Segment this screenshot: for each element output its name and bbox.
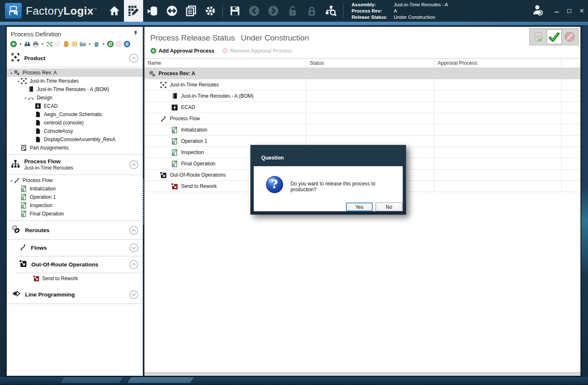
titlebar-separator xyxy=(343,4,343,18)
cell-approval xyxy=(434,79,562,90)
tree-item-label: ConsoleAssy xyxy=(44,128,73,134)
section-label: Process Flow Just-in-Time Reroutes xyxy=(24,158,129,171)
titlebar-separator xyxy=(222,4,223,18)
approve-release-icon[interactable] xyxy=(547,29,562,44)
out-of-route-icon xyxy=(160,172,167,179)
dropdown-caret-icon[interactable] xyxy=(88,43,91,45)
nav-documents-icon[interactable] xyxy=(182,0,201,22)
out-of-route-tree: Send to Rework xyxy=(7,273,143,285)
dropdown-caret-icon[interactable] xyxy=(102,43,105,45)
nav-process-editor-icon[interactable] xyxy=(124,0,143,22)
tree-item[interactable]: DisplayConsoleAssembly_RevA xyxy=(7,135,143,144)
nav-forward-icon[interactable] xyxy=(264,0,283,22)
column-header-name[interactable]: Name xyxy=(144,58,306,68)
add-approval-process-button[interactable]: Add Approval Process xyxy=(150,48,215,54)
expander-icon[interactable] xyxy=(23,96,28,100)
user-logout-icon[interactable] xyxy=(531,3,545,18)
window-frame-bottom xyxy=(0,377,588,385)
collapse-up-icon[interactable] xyxy=(129,160,139,170)
cell-approval xyxy=(434,170,562,180)
nav-unlock-icon[interactable] xyxy=(283,0,302,22)
column-header-approval[interactable]: Approval Process: xyxy=(434,58,562,68)
expander-icon[interactable] xyxy=(8,71,13,75)
nav-back-icon[interactable] xyxy=(245,0,264,22)
cell-name: Initialization xyxy=(144,124,306,135)
bell-icon[interactable] xyxy=(63,41,70,48)
nav-lock-icon[interactable] xyxy=(302,0,321,22)
table-row[interactable]: Just-in-Time Reroutes xyxy=(144,79,580,91)
tree-item-label: ECAD xyxy=(44,103,58,109)
tree-item-label: Final Operation xyxy=(30,211,64,217)
expander-icon[interactable] xyxy=(15,79,20,84)
table-row[interactable]: ECAD xyxy=(144,102,580,113)
collapse-down-icon[interactable] xyxy=(129,290,139,299)
refresh-icon[interactable] xyxy=(107,41,114,48)
collapse-down-icon[interactable] xyxy=(129,243,139,253)
print-icon[interactable] xyxy=(32,41,39,48)
folder-export-icon[interactable] xyxy=(79,41,86,48)
tree-item[interactable]: Just-in-Time Reroutes - A (BOM) xyxy=(7,85,143,94)
tree-item[interactable]: Operation 1 xyxy=(7,193,143,201)
row-label: Operation 1 xyxy=(181,138,207,144)
table-row[interactable]: Just-in-Time Reroutes - A (BOM) xyxy=(144,91,580,102)
cell-empty xyxy=(562,68,580,79)
nav-home-icon[interactable] xyxy=(105,0,124,22)
cell-empty xyxy=(562,147,580,158)
tree-item[interactable]: ECAD xyxy=(7,102,143,110)
remove-circle-icon xyxy=(222,48,228,54)
tree-item[interactable]: Aegis_Console Schematic xyxy=(7,110,143,119)
frame-decoration xyxy=(61,377,123,383)
tree-item[interactable]: ConsoleAssy xyxy=(7,127,143,135)
section-reroutes[interactable]: Reroutes xyxy=(7,221,143,240)
section-line-programming[interactable]: Line Programming xyxy=(7,285,143,304)
table-row[interactable]: Process Flow xyxy=(144,113,580,124)
app-title: FactoryLogix™ xyxy=(26,5,97,18)
section-product[interactable]: Product xyxy=(7,49,143,67)
tree-item[interactable]: Process Flow xyxy=(7,176,143,185)
no-button[interactable]: No xyxy=(376,203,402,211)
yes-button[interactable]: Yes xyxy=(346,203,373,211)
nav-sync-icon[interactable] xyxy=(162,0,182,22)
tree-item[interactable]: Final Operation xyxy=(7,210,143,218)
gear-gold-icon[interactable] xyxy=(71,41,78,48)
collapse-up-icon[interactable] xyxy=(129,225,139,235)
cell-status xyxy=(306,113,434,124)
tree-item[interactable]: Send to Rework xyxy=(19,274,143,283)
pause-icon[interactable] xyxy=(124,41,131,48)
pin-icon[interactable] xyxy=(133,30,139,38)
section-out-of-route[interactable]: Out-Of-Route Operations xyxy=(15,256,143,273)
sidebar-toolbar xyxy=(7,38,143,49)
nav-materials-icon[interactable] xyxy=(143,0,162,22)
add-icon[interactable] xyxy=(10,41,17,48)
process-flow-tree: Process FlowInitializationOperation 1Ins… xyxy=(7,175,143,221)
nav-process-search-icon[interactable] xyxy=(321,0,341,22)
tree-item[interactable]: Initialization xyxy=(7,185,143,193)
tree-item-label: Process Flow xyxy=(23,177,53,183)
tree-item[interactable]: Process Rev: A xyxy=(7,68,143,77)
table-row[interactable]: Initialization xyxy=(144,124,580,136)
sync-green-icon[interactable] xyxy=(46,41,53,48)
panel-title: Process Definition xyxy=(11,30,133,38)
tree-item[interactable]: centroid (console) xyxy=(7,119,143,127)
tree-item[interactable]: Part Assignments xyxy=(7,144,143,152)
nav-settings-icon[interactable] xyxy=(201,0,220,22)
dropdown-caret-icon[interactable] xyxy=(19,43,22,45)
dropdown-caret-icon[interactable] xyxy=(41,43,44,45)
expander-icon[interactable] xyxy=(8,178,13,183)
maximize-button[interactable] xyxy=(563,5,575,16)
tree-item[interactable]: Design xyxy=(7,94,143,102)
section-flows[interactable]: Flows xyxy=(15,240,143,256)
find-icon[interactable] xyxy=(24,41,31,48)
nav-save-icon[interactable] xyxy=(225,0,245,22)
bin-export-icon[interactable] xyxy=(93,41,100,48)
tree-item[interactable]: Just-in-Time Reroutes xyxy=(7,77,143,85)
column-header-status[interactable]: Status xyxy=(306,58,434,68)
minimize-button[interactable] xyxy=(550,5,563,16)
collapse-up-icon[interactable] xyxy=(129,53,139,63)
collapse-up-icon[interactable] xyxy=(129,260,139,269)
horizontal-scrollbar[interactable] xyxy=(144,372,580,376)
table-row[interactable]: Process Rev: A xyxy=(144,68,580,79)
section-process-flow[interactable]: Process Flow Just-in-Time Reroutes xyxy=(7,155,143,175)
close-button[interactable]: ✕ xyxy=(575,5,588,16)
tree-item[interactable]: Inspection xyxy=(7,201,143,210)
